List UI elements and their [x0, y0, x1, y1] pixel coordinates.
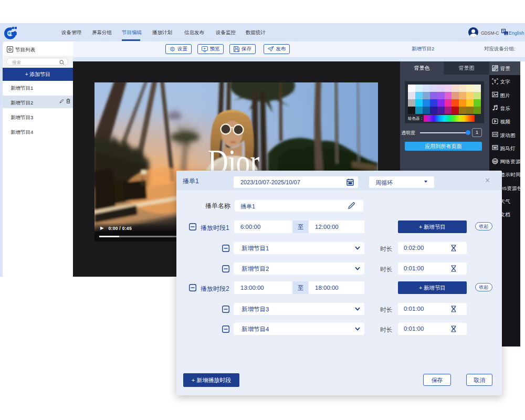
svg-text:1: 1: [505, 32, 507, 35]
